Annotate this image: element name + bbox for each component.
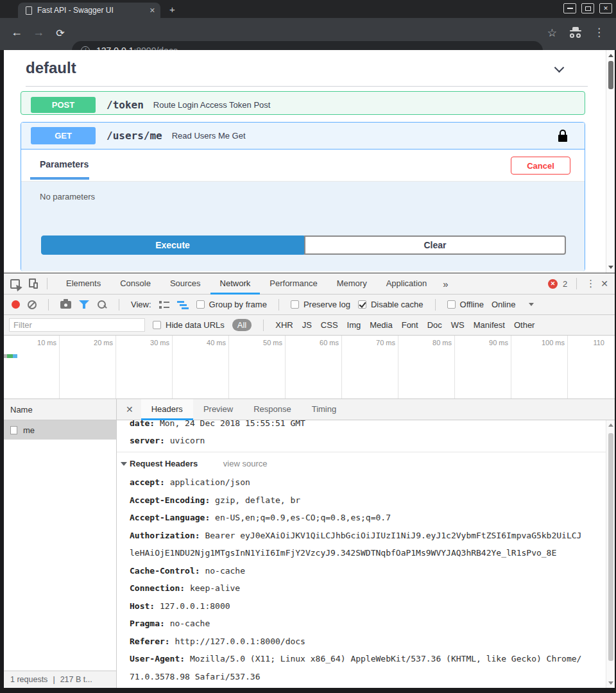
scroll-down-icon[interactable] <box>608 266 613 269</box>
tab-parameters[interactable]: Parameters <box>40 159 89 169</box>
more-tabs-icon[interactable]: » <box>436 278 454 289</box>
preserve-log-toggle[interactable]: Preserve log <box>291 300 350 309</box>
record-button[interactable] <box>12 300 20 309</box>
request-row-me[interactable]: me <box>4 420 116 440</box>
view-source-link[interactable]: view source <box>223 459 268 468</box>
scrollbar-thumb[interactable] <box>608 433 613 661</box>
filter-type[interactable]: Img <box>347 320 361 330</box>
filter-type[interactable]: WS <box>451 320 465 330</box>
reload-button[interactable]: ⟳ <box>53 27 68 39</box>
cancel-button[interactable]: Cancel <box>511 157 570 175</box>
back-button[interactable]: ← <box>9 26 24 39</box>
detail-scrollbar[interactable] <box>606 420 615 688</box>
request-headers-section[interactable]: Request Headers view source <box>130 454 606 474</box>
offline-toggle[interactable]: Offline <box>447 300 484 309</box>
group-by-frame-checkbox[interactable] <box>196 300 205 309</box>
new-tab-button[interactable]: + <box>169 4 175 15</box>
browser-tab[interactable]: Fast API - Swagger UI ✕ <box>18 3 160 18</box>
devtools-tab[interactable]: Application <box>377 273 437 295</box>
devtools-close-icon[interactable]: ✕ <box>601 278 608 289</box>
devtools-tab[interactable]: Network <box>210 273 261 295</box>
preserve-log-label[interactable]: Preserve log <box>304 300 350 309</box>
network-overview[interactable]: 10 ms20 ms30 ms40 ms50 ms60 ms70 ms80 ms… <box>4 336 615 399</box>
auth-lock-icon[interactable] <box>558 130 568 142</box>
filter-type[interactable]: Font <box>402 320 418 330</box>
scroll-up-icon[interactable] <box>608 424 613 427</box>
network-summary-bar: 1 requests | 217 B t... <box>4 671 116 688</box>
scroll-down-icon[interactable] <box>608 681 613 685</box>
operation-post-token[interactable]: POST /token Route Login Access Token Pos… <box>21 91 585 115</box>
column-header-name[interactable]: Name <box>4 399 116 420</box>
offline-checkbox[interactable] <box>447 300 456 309</box>
request-header-row: Cache-Control: no-cache <box>130 562 583 580</box>
devtools-tabs: ElementsConsoleSourcesNetworkPerformance… <box>56 273 436 295</box>
filter-type[interactable]: Manifest <box>474 320 505 330</box>
browser-menu-icon[interactable]: ⋮ <box>594 26 604 39</box>
detail-tab[interactable]: Preview <box>193 399 243 420</box>
hide-data-urls-label[interactable]: Hide data URLs <box>166 320 225 330</box>
scroll-up-icon[interactable] <box>608 54 613 57</box>
filter-type[interactable]: Doc <box>427 320 442 330</box>
devtools-tab[interactable]: Sources <box>160 273 210 295</box>
close-detail-icon[interactable]: ✕ <box>117 404 141 415</box>
offline-label[interactable]: Offline <box>460 300 484 309</box>
filter-icon[interactable] <box>79 300 89 309</box>
devtools-tab[interactable]: Elements <box>56 273 110 295</box>
grid-line <box>511 336 511 398</box>
operation-header[interactable]: GET /users/me Read Users Me Get <box>21 123 585 150</box>
detail-tab[interactable]: Response <box>243 399 302 420</box>
maximize-button[interactable] <box>581 3 594 13</box>
hide-data-urls-checkbox[interactable] <box>153 321 161 329</box>
tab-close-icon[interactable]: ✕ <box>150 6 155 15</box>
filter-type[interactable]: JS <box>302 320 312 330</box>
inspect-element-icon[interactable] <box>10 279 20 289</box>
error-badge-icon[interactable]: ✕ <box>548 279 558 289</box>
device-toolbar-icon[interactable] <box>29 278 38 289</box>
filter-type[interactable]: XHR <box>275 320 293 330</box>
transferred-size: 217 B t... <box>60 675 92 684</box>
chevron-down-icon[interactable] <box>556 64 565 73</box>
detail-tab[interactable]: Headers <box>141 399 193 420</box>
timeline-tick-label: 40 ms <box>187 339 226 346</box>
devtools-tab[interactable]: Memory <box>327 273 377 295</box>
throttling-value[interactable]: Online <box>492 300 516 309</box>
devtools-tab[interactable]: Console <box>110 273 160 295</box>
group-by-frame-toggle[interactable]: Group by frame <box>196 300 267 309</box>
close-window-button[interactable]: ✕ <box>599 3 612 13</box>
filter-type[interactable]: Other <box>514 320 535 330</box>
execute-button[interactable]: Execute <box>41 235 304 255</box>
search-icon[interactable] <box>97 300 107 310</box>
grid-line <box>172 336 173 398</box>
devtools-menu-icon[interactable]: ⋮ <box>586 278 595 289</box>
preserve-log-checkbox[interactable] <box>291 300 299 309</box>
waterfall-view-icon[interactable] <box>177 300 189 309</box>
collapse-triangle-icon[interactable] <box>121 462 127 466</box>
forward-button[interactable]: → <box>31 26 46 39</box>
devtools-tabbar-right: ✕ 2 ⋮ ✕ <box>548 278 615 289</box>
timeline-tick-label: 80 ms <box>413 339 452 346</box>
filter-all-pill[interactable]: All <box>232 319 252 331</box>
filter-type[interactable]: Media <box>370 320 392 330</box>
clear-button[interactable]: Clear <box>304 235 566 255</box>
request-headers-title: Request Headers <box>130 459 198 468</box>
minimize-button[interactable] <box>563 3 576 13</box>
throttling-dropdown[interactable]: Online <box>492 300 535 309</box>
group-by-frame-label[interactable]: Group by frame <box>209 300 267 309</box>
filter-type[interactable]: CSS <box>321 320 338 330</box>
request-name: me <box>23 425 35 435</box>
disable-cache-checkbox[interactable] <box>358 300 366 309</box>
request-rows-view-icon[interactable] <box>159 300 169 309</box>
capture-screenshots-icon[interactable] <box>60 301 71 309</box>
request-waterfall-bar <box>4 354 17 358</box>
scrollbar-thumb[interactable] <box>608 61 613 89</box>
detail-tab[interactable]: Timing <box>302 399 347 420</box>
disable-cache-toggle[interactable]: Disable cache <box>358 300 424 309</box>
bookmark-star-icon[interactable]: ☆ <box>547 26 557 40</box>
devtools-tab[interactable]: Performance <box>260 273 327 295</box>
page-scrollbar[interactable] <box>606 50 615 273</box>
clear-requests-icon[interactable] <box>28 300 37 309</box>
view-label: View: <box>131 300 151 309</box>
filter-input[interactable] <box>9 318 145 332</box>
hide-data-urls-toggle[interactable]: Hide data URLs <box>153 320 225 330</box>
disable-cache-label[interactable]: Disable cache <box>371 300 424 309</box>
